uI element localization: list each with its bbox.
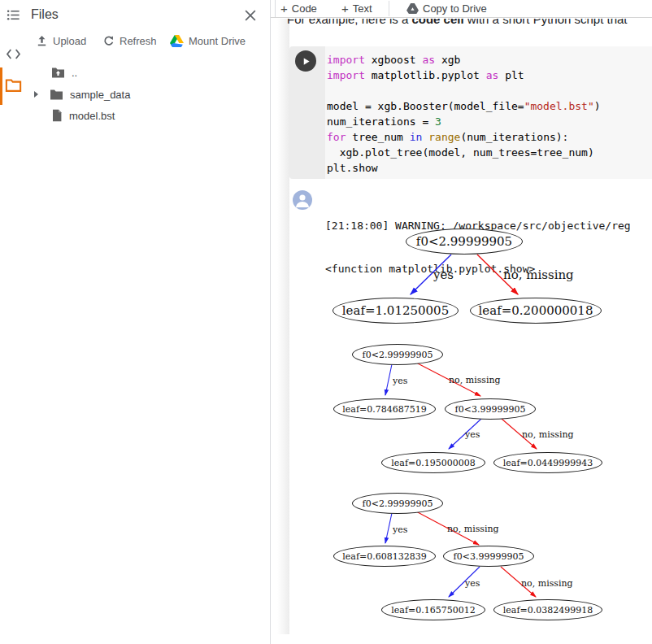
- drive-gray-icon: [406, 3, 419, 14]
- file-row-sample-data[interactable]: sample_data: [34, 85, 130, 103]
- refresh-button[interactable]: Refresh: [102, 33, 157, 48]
- tree1-no-leaf: leaf=0.200000018: [470, 298, 602, 324]
- sample-data-label: sample_data: [70, 89, 130, 101]
- file-row-model-bst[interactable]: model.bst: [51, 107, 115, 124]
- copy-to-drive-button[interactable]: Copy to Drive: [406, 0, 487, 17]
- intro-post: with a short Python script that: [464, 19, 628, 26]
- files-icon-active[interactable]: [5, 77, 22, 93]
- plus-icon: +: [280, 2, 288, 15]
- notebook-pane: + Code + Text Copy to Drive For example,…: [271, 0, 652, 644]
- tree1-yes-label: yes: [433, 268, 454, 282]
- files-panel-title: Files: [31, 7, 59, 22]
- plus-icon: +: [341, 2, 349, 15]
- file-icon: [51, 109, 63, 122]
- tree3-yes-leaf: leaf=0.608132839: [333, 546, 436, 567]
- table-of-contents-icon[interactable]: [6, 7, 21, 23]
- parent-dir-label: ..: [72, 67, 77, 79]
- refresh-label: Refresh: [120, 35, 157, 47]
- model-bst-label: model.bst: [69, 110, 115, 122]
- code-snippets-icon[interactable]: [6, 46, 21, 62]
- folder-up-icon: [51, 67, 65, 79]
- tree3-split-node: f0<3.99999905: [443, 546, 534, 567]
- add-text-button[interactable]: + Text: [341, 0, 372, 17]
- toolbar-separator: [389, 1, 389, 16]
- expand-caret-icon[interactable]: [34, 91, 38, 98]
- tree2-root-node: f0<2.99999905: [352, 344, 443, 365]
- upload-button[interactable]: Upload: [36, 33, 86, 48]
- play-icon: [302, 57, 311, 66]
- add-code-button[interactable]: + Code: [280, 0, 317, 17]
- upload-icon: [36, 35, 48, 47]
- intro-pre: For example, here is a: [287, 19, 411, 26]
- tree2-split-node: f0<3.99999905: [445, 398, 536, 420]
- add-code-label: Code: [292, 2, 317, 15]
- intro-bold: code cell: [411, 19, 463, 26]
- tree3-no-leaf2: leaf=0.0382499918: [493, 599, 602, 620]
- tree2-no2-label: no, missing: [522, 429, 574, 440]
- mount-drive-label: Mount Drive: [189, 35, 246, 47]
- copy-to-drive-label: Copy to Drive: [423, 2, 487, 15]
- tree2-yes-leaf: leaf=0.784687519: [333, 398, 436, 420]
- toolbar-left-border: [275, 0, 276, 17]
- tree2-no-leaf2: leaf=0.0449999943: [493, 452, 602, 473]
- refresh-icon: [102, 35, 115, 47]
- add-text-label: Text: [353, 2, 372, 15]
- file-row-parent-dir[interactable]: ..: [51, 63, 77, 81]
- pane-left-shadow: [277, 19, 289, 634]
- cell-gutter: [289, 46, 325, 179]
- active-tab-indicator: [0, 67, 2, 105]
- tree1-root-node: f0<2.99999905: [406, 228, 523, 255]
- tree2-yes2-label: yes: [465, 429, 480, 440]
- close-icon[interactable]: [242, 7, 259, 24]
- folder-icon: [50, 89, 63, 101]
- run-cell-button[interactable]: [295, 50, 316, 72]
- code-cell[interactable]: import xgboost as xgbimport matplotlib.p…: [289, 46, 652, 179]
- tree3-yes-label: yes: [393, 524, 407, 535]
- notebook-toolbar: + Code + Text Copy to Drive: [271, 0, 652, 18]
- upload-label: Upload: [53, 35, 86, 47]
- markdown-text-clipped: For example, here is a code cell with a …: [287, 19, 652, 33]
- executed-by-avatar: [293, 190, 312, 210]
- tree3-no-label: no, missing: [447, 524, 499, 534]
- tree3-no2-label: no, missing: [521, 578, 573, 589]
- tree3-yes2-label: yes: [465, 578, 480, 589]
- output-line-function: <function matplotlib.pyplot.show>: [325, 262, 652, 276]
- code-editor[interactable]: import xgboost as xgbimport matplotlib.p…: [327, 52, 652, 179]
- tree3-yes-leaf2: leaf=0.165750012: [381, 599, 485, 620]
- tree3-root-node: f0<2.99999905: [352, 493, 443, 514]
- tree2-yes-leaf2: leaf=0.195000008: [381, 452, 485, 473]
- tree1-yes-leaf: leaf=1.01250005: [333, 298, 459, 324]
- mount-drive-button[interactable]: Mount Drive: [170, 33, 246, 48]
- tree2-no-label: no, missing: [449, 375, 501, 385]
- tree1-no-label: no, missing: [503, 268, 574, 282]
- drive-icon: [170, 35, 184, 47]
- tree2-yes-label: yes: [393, 376, 407, 386]
